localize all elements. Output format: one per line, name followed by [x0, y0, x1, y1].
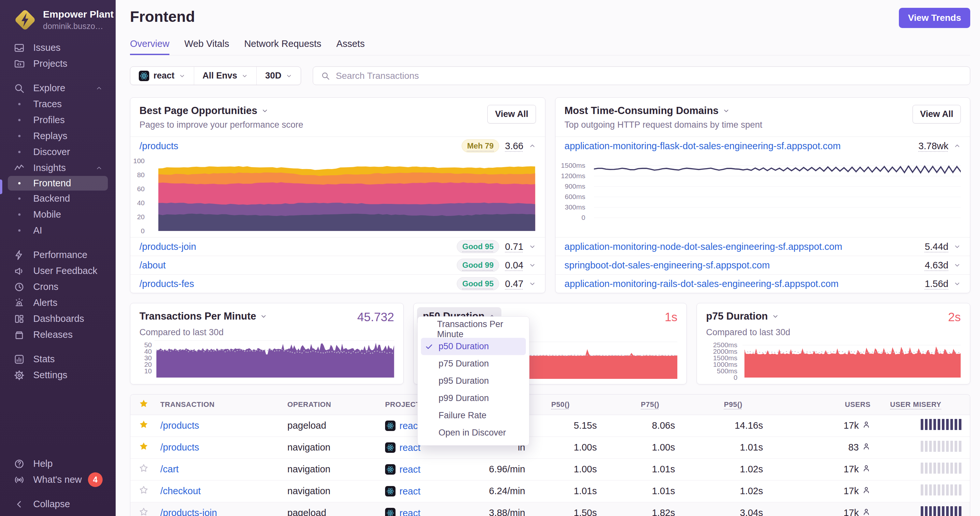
sidebar-item-dashboards[interactable]: Dashboards	[0, 311, 116, 327]
domain-link[interactable]: springboot-dot-sales-engineering-sf.apps…	[565, 260, 770, 271]
sidebar-item-crons[interactable]: Crons	[0, 279, 116, 295]
transaction-link[interactable]: /checkout	[160, 486, 201, 496]
project-cell[interactable]: react	[385, 442, 420, 453]
column-header-users[interactable]: USERS	[789, 394, 877, 415]
insights-icon	[13, 162, 25, 174]
page-row[interactable]: /products-joinGood 950.71	[130, 238, 545, 256]
sidebar-item-profiles[interactable]: Profiles	[0, 112, 116, 128]
page-row[interactable]: /products-fesGood 950.47	[130, 275, 545, 293]
menu-item-transactions-per-minute[interactable]: Transactions Per Minute	[421, 321, 526, 338]
sidebar-item-collapse[interactable]: Collapse	[0, 496, 116, 512]
main-content: Frontend View Trends OverviewWeb VitalsN…	[116, 0, 980, 516]
domains-view-all-button[interactable]: View All	[913, 105, 961, 124]
column-header-p75-[interactable]: P75()	[623, 394, 701, 415]
sidebar-item-settings[interactable]: Settings	[0, 367, 116, 383]
sidebar-item-stats[interactable]: Stats	[0, 351, 116, 367]
page-link[interactable]: /products	[140, 141, 178, 151]
p50-cell: 1.01s	[532, 480, 623, 502]
chevron-down-icon[interactable]	[954, 280, 961, 287]
page-link[interactable]: /products-fes	[140, 278, 194, 289]
sidebar-item-replays[interactable]: Replays	[0, 128, 116, 144]
chevron-down-icon[interactable]	[772, 313, 779, 320]
search-input[interactable]	[335, 70, 962, 81]
menu-item-p75-duration[interactable]: p75 Duration	[421, 355, 526, 372]
environment-filter[interactable]: All Envs	[194, 67, 257, 85]
domain-row[interactable]: springboot-dot-sales-engineering-sf.apps…	[555, 256, 970, 275]
sidebar-item-discover[interactable]: Discover	[0, 144, 116, 160]
transaction-link[interactable]: /products	[160, 442, 199, 452]
page-row[interactable]: /aboutGood 990.04	[130, 256, 545, 275]
sidebar-item-ai[interactable]: AI	[0, 222, 116, 238]
column-header-operation[interactable]: OPERATION	[281, 394, 379, 415]
chevron-down-icon[interactable]	[954, 262, 961, 269]
star-filled-icon[interactable]	[130, 437, 154, 458]
tab-network-requests[interactable]: Network Requests	[244, 38, 321, 55]
project-cell[interactable]: react	[385, 464, 420, 475]
domain-link[interactable]: application-monitoring-flask-dot-sales-e…	[565, 141, 841, 151]
project-filter[interactable]: react	[130, 67, 194, 85]
date-range-filter[interactable]: 30D	[257, 67, 301, 85]
menu-item-p99-duration[interactable]: p99 Duration	[421, 390, 526, 407]
sidebar-item-issues[interactable]: Issues	[0, 40, 116, 56]
tab-assets[interactable]: Assets	[336, 38, 364, 55]
chevron-down-icon[interactable]	[529, 280, 536, 287]
chevron-down-icon[interactable]	[529, 243, 536, 250]
column-header-p95-[interactable]: P95()	[701, 394, 789, 415]
transaction-link[interactable]: /products	[160, 420, 199, 431]
sidebar-item-backend[interactable]: Backend	[0, 191, 116, 206]
sidebar-item-performance[interactable]: Performance	[0, 247, 116, 263]
y-axis-label: 60	[130, 185, 145, 193]
sidebar-item-insights[interactable]: Insights	[0, 160, 116, 176]
column-header-transaction[interactable]: TRANSACTION	[154, 394, 281, 415]
column-header-user-misery[interactable]: USER MISERY	[877, 394, 970, 415]
chevron-up-icon[interactable]	[954, 142, 961, 149]
star-outline-icon[interactable]	[130, 458, 154, 480]
column-header-p50-[interactable]: P50()	[532, 394, 623, 415]
chevron-down-icon[interactable]	[260, 313, 267, 320]
domain-row[interactable]: application-monitoring-node-dot-sales-en…	[555, 238, 970, 256]
chevron-down-icon[interactable]	[261, 107, 269, 114]
sidebar-item-releases[interactable]: Releases	[0, 327, 116, 343]
page-row[interactable]: /productsMeh 793.66	[130, 137, 545, 155]
chevron-up-icon[interactable]	[529, 142, 536, 149]
star-outline-icon[interactable]	[130, 502, 154, 516]
sidebar-item-mobile[interactable]: Mobile	[0, 206, 116, 222]
sidebar-item-what-s-new[interactable]: What's new4	[0, 472, 116, 487]
pages-view-all-button[interactable]: View All	[487, 105, 536, 124]
org-switcher[interactable]: Empower Plant dominik.buszowiec…	[0, 0, 116, 40]
star-filled-icon[interactable]	[130, 415, 154, 437]
menu-item-p50-duration[interactable]: p50 Duration	[421, 338, 526, 355]
page-link[interactable]: /products-join	[140, 241, 196, 252]
project-cell[interactable]: react	[385, 486, 420, 497]
transaction-link[interactable]: /cart	[160, 464, 178, 474]
view-trends-button[interactable]: View Trends	[899, 8, 970, 28]
sidebar-item-explore[interactable]: Explore	[0, 80, 116, 96]
project-cell[interactable]: react	[385, 421, 420, 431]
domain-row[interactable]: application-monitoring-rails-dot-sales-e…	[555, 275, 970, 293]
sidebar-item-user-feedback[interactable]: User Feedback	[0, 263, 116, 279]
tab-web-vitals[interactable]: Web Vitals	[185, 38, 229, 55]
sidebar-item-help[interactable]: Help	[0, 456, 116, 472]
domain-row[interactable]: application-monitoring-flask-dot-sales-e…	[555, 137, 970, 155]
react-project-icon	[385, 508, 396, 516]
project-cell[interactable]: react	[385, 508, 420, 516]
star-outline-icon[interactable]	[130, 480, 154, 502]
domain-link[interactable]: application-monitoring-node-dot-sales-en…	[565, 241, 843, 252]
chevron-down-icon[interactable]	[954, 243, 961, 250]
domain-link[interactable]: application-monitoring-rails-dot-sales-e…	[565, 278, 838, 289]
sidebar-item-projects[interactable]: Projects	[0, 56, 116, 71]
sidebar-item-frontend[interactable]: Frontend	[8, 176, 108, 191]
score-badge: Meh 79	[461, 140, 499, 152]
menu-item-p95-duration[interactable]: p95 Duration	[421, 372, 526, 390]
menu-item-open-in-discover[interactable]: Open in Discover	[421, 424, 526, 441]
sidebar-item-traces[interactable]: Traces	[0, 96, 116, 112]
sidebar-item-alerts[interactable]: Alerts	[0, 295, 116, 311]
tab-overview[interactable]: Overview	[130, 38, 169, 55]
transaction-link[interactable]: /products-join	[160, 508, 217, 516]
chevron-down-icon[interactable]	[529, 262, 536, 269]
chevron-down-icon[interactable]	[722, 107, 730, 114]
page-link[interactable]: /about	[140, 260, 166, 271]
menu-item-failure-rate[interactable]: Failure Rate	[421, 407, 526, 424]
operation-cell: pageload	[281, 415, 379, 437]
table-header: TRANSACTIONOPERATIONPROJECTTPM()↓P50()P7…	[130, 394, 970, 415]
